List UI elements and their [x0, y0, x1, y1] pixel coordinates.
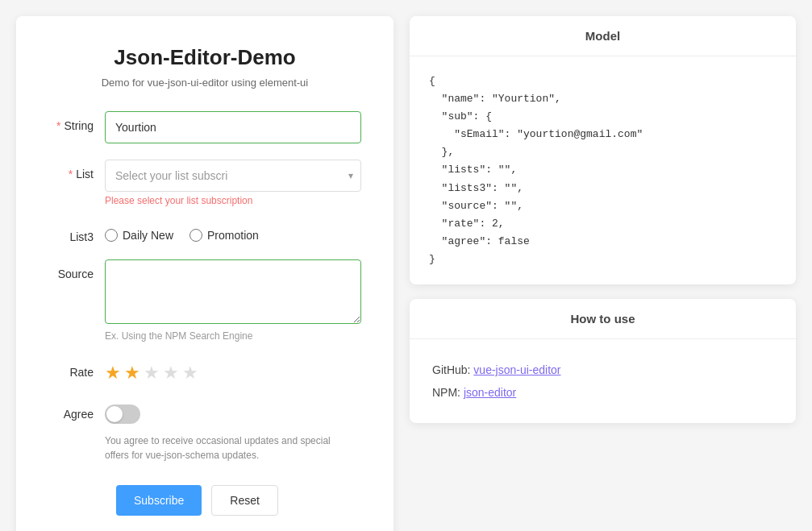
toggle-slider	[105, 404, 140, 424]
agree-label: Agree	[48, 400, 105, 421]
source-textarea[interactable]	[105, 259, 361, 324]
source-label: Source	[48, 259, 105, 280]
left-panel: Json-Editor-Demo Demo for vue-json-ui-ed…	[16, 16, 394, 531]
app-subtitle: Demo for vue-json-ui-editor using elemen…	[48, 77, 361, 89]
radio-daily-label: Daily New	[123, 229, 173, 242]
right-column: Model { "name": "Yourtion", "sub": { "sE…	[410, 16, 796, 423]
star-1[interactable]: ★	[105, 363, 121, 384]
agree-control-wrap: You agree to receive occasional updates …	[105, 400, 361, 463]
agree-toggle-wrap	[105, 400, 361, 427]
npm-prefix: NPM:	[432, 386, 464, 399]
list-label: *List	[48, 160, 105, 180]
howto-panel-title: How to use	[410, 299, 796, 339]
star-2[interactable]: ★	[124, 363, 140, 384]
star-3[interactable]: ★	[144, 363, 160, 384]
rate-row: Rate ★ ★ ★ ★ ★	[48, 358, 361, 384]
list-row: *List Select your list subscri ▾ Please …	[48, 160, 361, 206]
required-star: *	[56, 119, 60, 132]
github-prefix: GitHub:	[432, 363, 473, 376]
agree-description: You agree to receive occasional updates …	[105, 434, 331, 463]
list-select-wrap: Select your list subscri ▾	[105, 160, 361, 192]
radio-group: Daily New Promotion	[105, 222, 361, 242]
radio-daily-new[interactable]: Daily New	[105, 229, 173, 242]
list3-label: List3	[48, 222, 105, 243]
required-star-list: *	[69, 168, 73, 180]
string-label: *String	[48, 111, 105, 132]
list3-row: List3 Daily New Promotion	[48, 222, 361, 243]
button-row: Subscribe Reset	[48, 485, 361, 516]
npm-link[interactable]: json-editor	[464, 386, 516, 399]
string-row: *String	[48, 111, 361, 143]
model-code: { "name": "Yourtion", "sub": { "sEmail":…	[429, 73, 777, 268]
reset-button[interactable]: Reset	[211, 485, 278, 516]
github-line: GitHub: vue-json-ui-editor	[432, 359, 773, 381]
radio-promotion-input[interactable]	[189, 229, 202, 242]
howto-panel-body: GitHub: vue-json-ui-editor NPM: json-edi…	[410, 339, 796, 423]
list3-control-wrap: Daily New Promotion	[105, 222, 361, 242]
source-control-wrap: Ex. Using the NPM Search Engine	[105, 259, 361, 342]
model-panel: Model { "name": "Yourtion", "sub": { "sE…	[410, 16, 796, 284]
star-5[interactable]: ★	[182, 363, 198, 384]
rate-label: Rate	[48, 358, 105, 379]
list-control-wrap: Select your list subscri ▾ Please select…	[105, 160, 361, 206]
model-panel-title: Model	[410, 16, 796, 56]
subscribe-button[interactable]: Subscribe	[116, 485, 202, 516]
radio-promotion-label: Promotion	[207, 229, 259, 242]
radio-daily-input[interactable]	[105, 229, 118, 242]
star-4[interactable]: ★	[163, 363, 179, 384]
github-link[interactable]: vue-json-ui-editor	[473, 363, 560, 376]
agree-row: Agree You agree to receive occasional up…	[48, 400, 361, 463]
howto-panel: How to use GitHub: vue-json-ui-editor NP…	[410, 299, 796, 423]
string-input[interactable]	[105, 111, 361, 143]
rate-control-wrap: ★ ★ ★ ★ ★	[105, 358, 361, 384]
npm-line: NPM: json-editor	[432, 381, 773, 404]
app-title: Json-Editor-Demo	[48, 45, 361, 70]
string-control-wrap	[105, 111, 361, 143]
list-select[interactable]: Select your list subscri	[105, 160, 361, 192]
agree-toggle[interactable]	[105, 404, 140, 424]
source-row: Source Ex. Using the NPM Search Engine	[48, 259, 361, 342]
stars-group: ★ ★ ★ ★ ★	[105, 358, 361, 384]
source-hint: Ex. Using the NPM Search Engine	[105, 330, 361, 342]
list-error-text: Please select your list subscription	[105, 195, 361, 206]
radio-promotion[interactable]: Promotion	[189, 229, 259, 242]
model-panel-body: { "name": "Yourtion", "sub": { "sEmail":…	[410, 56, 796, 284]
